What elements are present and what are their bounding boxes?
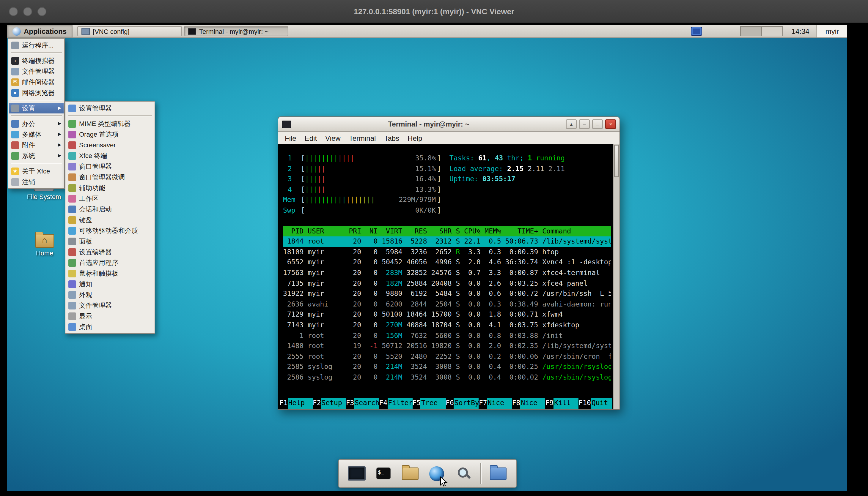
dock-button-terminal[interactable]: $_ (373, 463, 394, 483)
process-row[interactable]: 2636avahi200620028442504S0.00.30:38.49av… (283, 299, 611, 309)
menu-item-wm-tweaks[interactable]: 窗口管理器微调 (66, 172, 154, 182)
process-row[interactable]: 1root200156M76325600S0.00.80:03.88/init (283, 330, 611, 341)
menu-item-keyboard[interactable]: 键盘 (66, 214, 154, 225)
fkey-f6[interactable]: F6SortBy (446, 398, 479, 409)
terminal-menu-help[interactable]: Help (403, 134, 426, 142)
menu-item-file-manager[interactable]: 文件管理器 (66, 300, 154, 311)
fkey-f2[interactable]: F2Setup (313, 398, 346, 409)
process-row[interactable]: 7129myir200501001846415700S0.01.80:00.71… (283, 310, 611, 320)
column-header-pri[interactable]: PRI (349, 226, 361, 236)
close-button[interactable]: × (605, 119, 616, 129)
process-row[interactable]: 18109myir200598432362652R3.30.30:00.39ht… (283, 247, 611, 258)
process-row[interactable]: 2586syslog200214M35243008S0.00.40:00.02/… (283, 372, 611, 383)
column-header-mem[interactable]: MEM% (484, 226, 501, 236)
close-window-button[interactable] (9, 7, 18, 16)
shade-button[interactable]: ▴ (566, 119, 577, 129)
fkey-f1[interactable]: F1Help (280, 398, 313, 409)
fkey-f10[interactable]: F10Quit (579, 398, 612, 409)
menu-item-settings[interactable]: 设置▶ (9, 103, 64, 113)
menu-item-appearance[interactable]: 外观 (66, 289, 154, 300)
applications-menu-button[interactable]: Applications (7, 25, 73, 37)
process-row[interactable]: 2555root200552024802252S0.00.20:00.06/us… (283, 351, 611, 362)
menu-item-settings-editor[interactable]: 设置编辑器 (66, 247, 154, 257)
process-row[interactable]: 6552myir20050452460564996S2.04.636:30.74… (283, 258, 611, 268)
menu-item-terminal[interactable]: ›终端模拟器 (9, 55, 64, 66)
menu-item-mouse-touchpad[interactable]: 鼠标和触摸板 (66, 268, 154, 279)
column-header-cpu[interactable]: CPU% (464, 226, 480, 236)
column-header-virt[interactable]: VIRT (382, 226, 402, 236)
menu-item-removable-media[interactable]: 可移动驱动器和介质 (66, 225, 154, 236)
menu-item-accessibility[interactable]: 辅助功能 (66, 182, 154, 193)
column-header-s[interactable]: S (456, 226, 460, 236)
column-header-time[interactable]: TIME+ (505, 226, 538, 236)
process-row[interactable]: 1844root2001581652282312S22.10.550:06.73… (283, 236, 611, 247)
menu-item-run[interactable]: 运行程序... (9, 40, 64, 50)
menu-item-mail[interactable]: ✉邮件阅读器 (9, 77, 64, 87)
column-header-pid[interactable]: PID (283, 226, 303, 236)
menu-item-settings-manager[interactable]: 设置管理器 (66, 103, 154, 113)
dock-button-file-manager[interactable] (487, 463, 509, 483)
menu-item-office[interactable]: 办公▶ (9, 118, 64, 129)
terminal-screen[interactable]: 1[||||||||||||35.8%]2[|||||15.1%]3[|||||… (278, 144, 619, 409)
terminal-menu-edit[interactable]: Edit (301, 134, 321, 142)
menu-item-window-manager[interactable]: 窗口管理器 (66, 161, 154, 172)
terminal-menu-file[interactable]: File (281, 134, 301, 142)
terminal-titlebar[interactable]: Terminal - myir@myir: ~ ▴ − □ × (278, 117, 619, 132)
column-header-res[interactable]: RES (406, 226, 427, 236)
column-header-ni[interactable]: NI (365, 226, 378, 236)
minimize-window-button[interactable] (23, 7, 32, 16)
menu-item-panel[interactable]: 面板 (66, 236, 154, 247)
menu-item-preferred-apps[interactable]: 首选应用程序 (66, 257, 154, 268)
desktop-icon-home[interactable]: Home (26, 232, 63, 257)
column-header-command[interactable]: Command (542, 226, 611, 236)
menu-item-session-startup[interactable]: 会话和启动 (66, 204, 154, 214)
menu-item-desktop[interactable]: 桌面 (66, 321, 154, 332)
maximize-button[interactable]: □ (592, 119, 603, 129)
terminal-scrollbar[interactable] (613, 144, 619, 409)
menu-item-notifications[interactable]: 通知 (66, 279, 154, 289)
terminal-menu-terminal[interactable]: Terminal (345, 134, 380, 142)
fkey-f9[interactable]: F9Kill (545, 398, 579, 409)
menu-item-accessories[interactable]: 附件▶ (9, 140, 64, 150)
menu-item-orage[interactable]: Orage 首选项 (66, 129, 154, 140)
menu-item-mime-editor[interactable]: MIME 类型编辑器 (66, 118, 154, 129)
menu-item-screensaver[interactable]: Screensaver (66, 140, 154, 150)
menu-item-logout[interactable]: 注销 (9, 176, 64, 187)
process-row[interactable]: 2585syslog200214M35243008S0.00.40:00.25/… (283, 362, 611, 372)
terminal-menu-view[interactable]: View (321, 134, 345, 142)
menu-item-system[interactable]: 系统▶ (9, 150, 64, 161)
vnc-tray-icon[interactable] (691, 27, 702, 36)
workspace-pager[interactable] (740, 26, 783, 36)
fkey-f8[interactable]: F8Nice + (512, 398, 545, 409)
process-row[interactable]: 31922myir200988061925484S0.00.60:00.72/u… (283, 289, 611, 299)
dock-button-display[interactable] (346, 463, 367, 483)
terminal-menu-tabs[interactable]: Tabs (380, 134, 403, 142)
taskbar-window-button[interactable]: [VNC config] (77, 26, 182, 36)
minimize-button[interactable]: − (579, 119, 590, 129)
menu-item-xfce-terminal[interactable]: Xfce 终端 (66, 150, 154, 161)
process-row[interactable]: 7143myir200270M4088418704S0.04.10:03.75x… (283, 320, 611, 330)
menu-item-browser[interactable]: ●网络浏览器 (9, 87, 64, 98)
fkey-f5[interactable]: F5Tree (412, 398, 446, 409)
zoom-window-button[interactable] (38, 7, 46, 16)
remote-desktop[interactable]: Applications [VNC config]Terminal - myir… (7, 25, 847, 491)
fkey-f7[interactable]: F7Nice - (479, 398, 512, 409)
menu-item-workspaces[interactable]: 工作区 (66, 193, 154, 204)
process-row[interactable]: 1480root19-1507122051619820S0.02.00:02.3… (283, 341, 611, 351)
vnc-titlebar[interactable]: 127.0.0.1:58901 (myir:1 (myir)) - VNC Vi… (0, 0, 868, 23)
workspace-1[interactable] (740, 26, 762, 36)
dock-button-home[interactable] (399, 463, 421, 483)
workspace-2[interactable] (762, 26, 783, 36)
fkey-f3[interactable]: F3Search (346, 398, 379, 409)
menu-item-about[interactable]: ★关于 Xfce (9, 166, 64, 176)
dock-button-search[interactable] (453, 463, 474, 483)
menu-item-file-manager[interactable]: 文件管理器 (9, 66, 64, 77)
scrollbar-thumb[interactable] (614, 145, 619, 177)
menu-item-display[interactable]: 显示 (66, 311, 154, 321)
process-row[interactable]: 17563myir200283M3285224576S0.73.30:00.87… (283, 268, 611, 278)
column-header-shr[interactable]: SHR (431, 226, 451, 236)
menu-item-multimedia[interactable]: 多媒体▶ (9, 129, 64, 140)
column-header-user[interactable]: USER (308, 226, 345, 236)
taskbar-window-button[interactable]: Terminal - myir@myir: ~ (184, 26, 288, 36)
fkey-f4[interactable]: F4Filter (379, 398, 412, 409)
